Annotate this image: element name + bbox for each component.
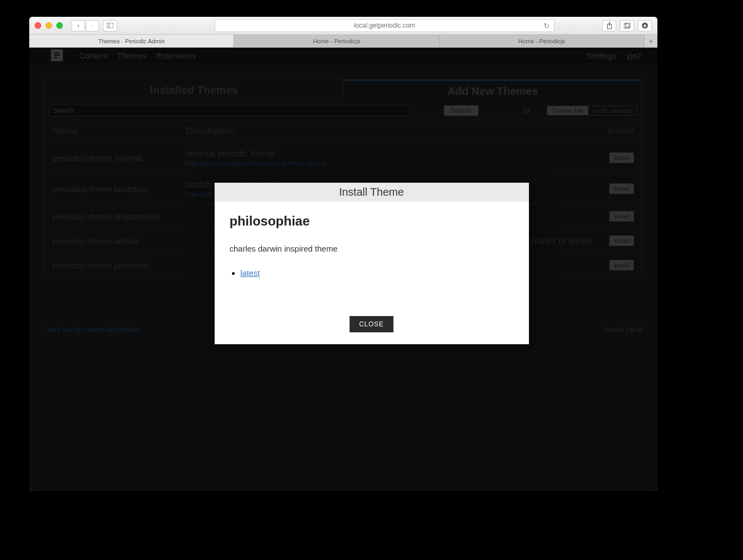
modal-header: Install Theme — [215, 183, 529, 202]
svg-rect-5 — [625, 23, 631, 27]
tabs-icon — [624, 23, 631, 29]
maximize-window-button[interactable] — [56, 22, 63, 29]
tabs-button[interactable] — [620, 20, 634, 31]
svg-rect-0 — [107, 23, 113, 28]
downloads-button[interactable] — [638, 20, 652, 31]
share-icon — [606, 22, 612, 29]
close-button[interactable]: CLOSE — [350, 316, 394, 332]
modal-title: philosophiae — [230, 214, 514, 229]
new-tab-button[interactable]: + — [644, 35, 657, 47]
modal-footer: CLOSE — [215, 316, 529, 344]
tab-label: Themes - Periodic Admin — [98, 38, 165, 44]
tab-label: Home - Periodicjs — [313, 38, 360, 44]
reload-icon[interactable]: ↻ — [544, 22, 550, 30]
url-bar[interactable]: local.getperiodic.com ↻ — [215, 19, 554, 32]
modal-description: charles darwin inspired theme — [230, 244, 514, 253]
minimize-window-button[interactable] — [46, 22, 52, 29]
tabs-bar: Themes - Periodic Admin Home - Periodicj… — [29, 35, 657, 48]
forward-button[interactable]: › — [86, 20, 99, 31]
nav-buttons: ‹ › — [72, 20, 99, 31]
share-button[interactable] — [602, 20, 616, 31]
url-text: local.getperiodic.com — [354, 22, 415, 29]
traffic-lights — [35, 22, 63, 29]
install-theme-modal: Install Theme philosophiae charles darwi… — [215, 183, 529, 344]
version-link-latest[interactable]: latest — [241, 268, 260, 278]
svg-rect-4 — [624, 24, 629, 28]
browser-tab-2[interactable]: Home - Periodicjs — [440, 35, 644, 47]
titlebar: ‹ › local.getperiodic.com ↻ — [29, 17, 657, 35]
close-window-button[interactable] — [35, 22, 41, 29]
modal-body: philosophiae charles darwin inspired the… — [215, 202, 529, 316]
sidebar-icon — [107, 23, 113, 28]
sidebar-toggle-button[interactable] — [103, 20, 117, 31]
browser-tab-1[interactable]: Home - Periodicjs — [234, 35, 439, 47]
modal-version-list: latest — [230, 268, 514, 278]
tab-label: Home - Periodicjs — [518, 38, 565, 44]
browser-tab-0[interactable]: Themes - Periodic Admin — [29, 35, 234, 47]
toolbar-right — [602, 20, 652, 31]
back-button[interactable]: ‹ — [72, 20, 85, 31]
download-icon — [642, 22, 648, 29]
